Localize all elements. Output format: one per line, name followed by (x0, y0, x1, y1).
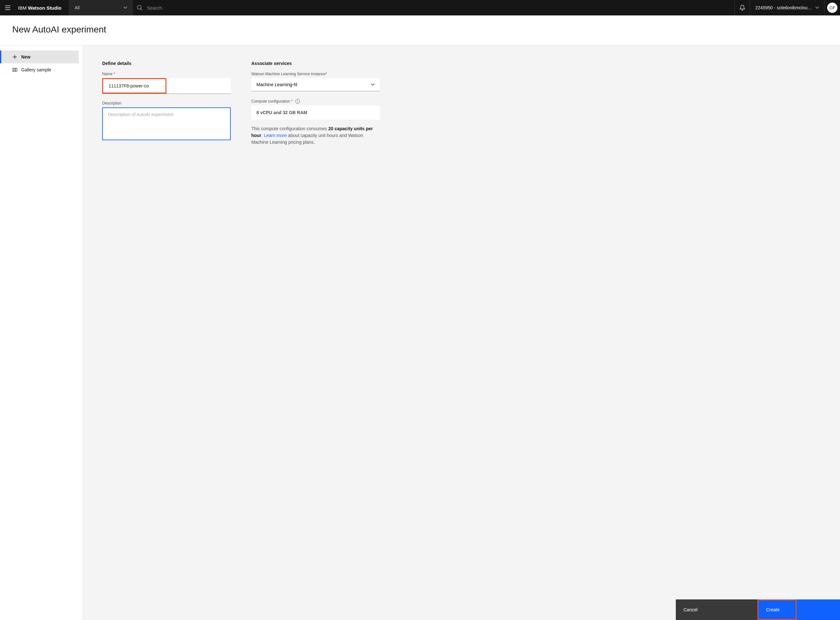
description-textarea[interactable] (102, 107, 231, 140)
chevron-down-icon (371, 83, 375, 86)
sidebar-item-gallery-sample[interactable]: Gallery sample (0, 63, 82, 76)
hamburger-menu-button[interactable] (0, 0, 15, 15)
search-icon (136, 5, 143, 11)
footer-actions: Cancel Create (676, 599, 840, 620)
hamburger-icon (4, 5, 11, 11)
compute-config-value: 8 vCPU and 32 GB RAM (251, 105, 380, 120)
name-field-highlight (102, 78, 166, 93)
account-label: 2245950 - soleilonibmclou… (755, 5, 812, 10)
sidebar: New Gallery sample (0, 45, 83, 620)
wml-instance-select[interactable]: Machine Learning-hl (251, 78, 380, 91)
account-dropdown[interactable]: 2245950 - soleilonibmclou… (750, 0, 825, 15)
sidebar-item-label: New (21, 54, 30, 60)
topbar: IBM Watson Studio All 2245950 - soleilon… (0, 0, 840, 15)
section-heading: Associate services (251, 61, 380, 66)
avatar[interactable]: CF (827, 3, 837, 13)
name-field-label: Name * (102, 72, 231, 76)
bell-icon (739, 5, 746, 11)
search-input[interactable] (147, 5, 730, 11)
search-bar[interactable] (133, 0, 735, 15)
info-icon[interactable]: i (296, 99, 300, 104)
create-button-tail (796, 599, 840, 620)
chevron-down-icon (815, 6, 819, 9)
scope-label: All (75, 5, 80, 10)
sidebar-item-new[interactable]: New (0, 51, 79, 63)
svg-rect-2 (14, 68, 15, 71)
name-input-tail (166, 78, 231, 93)
compute-field-label: Compute configuration * i (251, 99, 380, 104)
svg-rect-3 (16, 68, 17, 71)
svg-point-0 (138, 6, 141, 9)
chevron-down-icon (123, 6, 127, 9)
name-input[interactable] (104, 80, 165, 92)
associate-services-section: Associate services Watson Machine Learni… (251, 61, 380, 605)
description-field-label: Description (102, 101, 231, 105)
name-input-wrapper (102, 78, 231, 94)
create-button-highlight: Create (758, 599, 796, 620)
notifications-button[interactable] (735, 0, 750, 15)
learn-more-link[interactable]: Learn more (264, 133, 287, 138)
gallery-icon (12, 68, 17, 72)
cancel-button[interactable]: Cancel (676, 599, 758, 620)
sidebar-item-label: Gallery sample (21, 67, 51, 72)
brand-label: IBM Watson Studio (15, 5, 69, 11)
page-title: New AutoAI experiment (0, 15, 840, 45)
page-body: New Gallery sample Define details Name * (0, 45, 840, 620)
section-heading: Define details (102, 61, 231, 66)
wml-field-label: Watson Machine Learning Service Instance… (251, 72, 380, 76)
create-button[interactable]: Create (758, 600, 796, 619)
define-details-section: Define details Name * Description (102, 61, 231, 605)
wml-selected-value: Machine Learning-hl (256, 82, 297, 87)
main-content: Define details Name * Description Associ… (83, 45, 840, 620)
scope-dropdown[interactable]: All (69, 0, 133, 15)
svg-rect-1 (12, 68, 14, 71)
compute-help-text: This compute configuration consumes 20 c… (251, 125, 380, 146)
plus-icon (12, 55, 17, 59)
